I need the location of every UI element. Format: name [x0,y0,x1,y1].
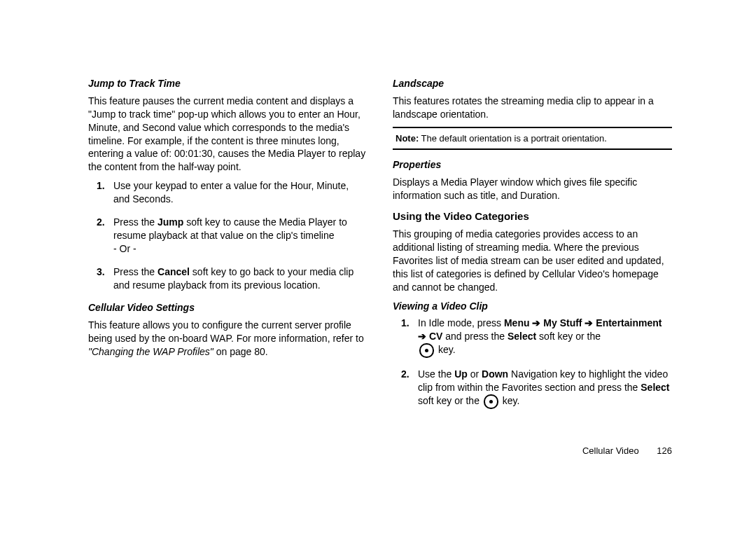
list-body: In Idle mode, press Menu ➔ My Stuff ➔ En… [418,317,672,358]
arrow-icon: ➔ [418,331,429,342]
text: on page 80. [216,346,268,357]
text: or [468,368,482,380]
para-jump: This feature pauses the current media co… [88,95,368,174]
note-label: Note: [396,133,419,144]
heading-properties: Properties [393,158,672,172]
bold-text: CV [429,331,442,342]
note-text: The default orientation is a portrait or… [419,133,607,144]
heading-cellular-video-settings: Cellular Video Settings [88,301,368,314]
list-number: 2. [401,368,418,409]
text: soft key or the [418,395,482,406]
list-number: 1. [97,179,113,206]
list-body: Use your keypad to enter a value for the… [113,179,368,206]
note-box: Note: The default orientation is a portr… [393,127,672,151]
bold-text: Select [640,382,669,393]
bold-text: My Stuff [543,317,582,328]
list-number: 1. [401,317,418,358]
list-viewing: 1. In Idle mode, press Menu ➔ My Stuff ➔… [393,317,672,409]
text: and press the [442,331,507,342]
list-body: Press the Jump soft key to cause the Med… [113,216,368,256]
right-column: Landscape This features rotates the stre… [393,77,672,419]
document-page: Jump to Track Time This feature pauses t… [0,0,756,447]
text: key. [500,395,520,406]
list-item: 3. Press the Cancel soft key to go back … [88,265,368,292]
para-categories: This grouping of media categories provid… [393,228,672,293]
heading-landscape: Landscape [393,77,672,90]
left-column: Jump to Track Time This feature pauses t… [88,77,368,419]
list-item: 1. In Idle mode, press Menu ➔ My Stuff ➔… [393,317,672,358]
bold-text: Up [454,368,468,380]
text: Press the [113,266,158,277]
heading-viewing-video-clip: Viewing a Video Clip [393,300,672,313]
list-jump: 1. Use your keypad to enter a value for … [88,179,368,291]
text: In Idle mode, press [418,317,504,328]
bold-text: Menu [504,317,530,328]
bold-text: Cancel [158,266,190,277]
text: Press the [113,216,158,228]
text: Use the [418,368,454,380]
list-body: Press the Cancel soft key to go back to … [113,265,368,292]
text: soft key or the [536,331,601,342]
bold-text: Down [482,368,508,380]
footer-section: Cellular Video [582,445,639,456]
arrow-icon: ➔ [582,317,596,328]
ok-key-icon [484,394,498,409]
arrow-icon: ➔ [530,317,544,328]
ok-key-icon [419,343,434,358]
para-cvs: This feature allows you to configure the… [88,319,368,359]
text: key. [435,344,456,355]
bold-text: Select [507,331,536,342]
or-text: - Or - [113,242,368,256]
heading-jump-to-track-time: Jump to Track Time [88,77,368,90]
text: This feature allows you to configure the… [88,319,364,344]
page-footer: Cellular Video 126 [582,445,672,456]
reference-text: "Changing the WAP Profiles" [88,346,216,357]
list-body: Use the Up or Down Navigation key to hig… [418,368,672,409]
list-item: 2. Use the Up or Down Navigation key to … [393,368,672,409]
list-number: 3. [97,265,113,292]
para-landscape: This features rotates the streaming medi… [393,95,672,121]
bold-text: Entertainment [596,317,662,328]
list-item: 2. Press the Jump soft key to cause the … [88,216,368,256]
list-number: 2. [97,216,113,256]
heading-using-video-categories: Using the Video Categories [393,209,672,223]
bold-text: Jump [158,216,183,228]
para-properties: Displays a Media Player window which giv… [393,176,672,202]
list-item: 1. Use your keypad to enter a value for … [88,179,368,206]
footer-page-number: 126 [657,445,672,456]
